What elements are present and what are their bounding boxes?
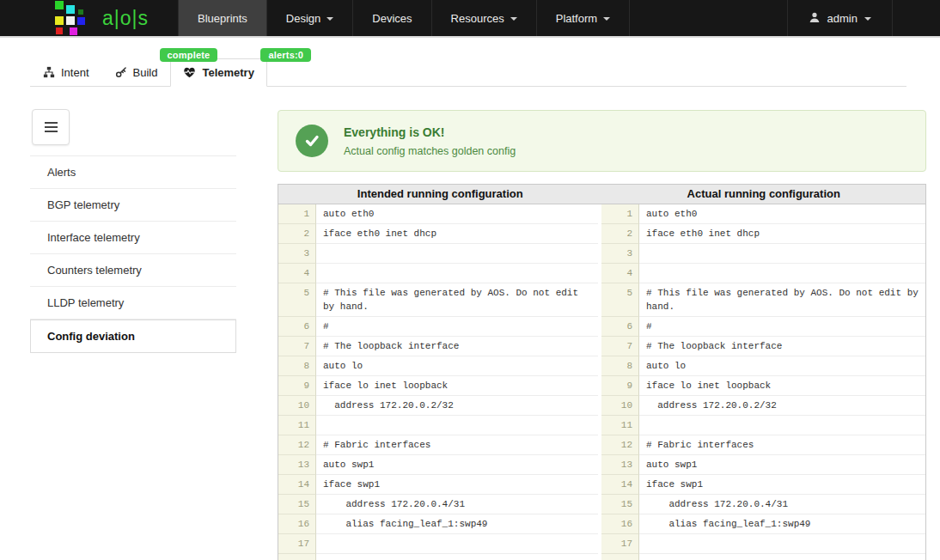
actual-config-header: Actual running configuration [602, 185, 926, 204]
line-number: 5 [601, 283, 639, 317]
line-number: 7 [601, 337, 639, 356]
config-line-text [316, 416, 598, 435]
tab-telemetry[interactable]: Telemetryalerts:0 [170, 58, 266, 87]
nav-item-platform[interactable]: Platform [536, 0, 630, 36]
config-line-row: 11 [601, 416, 925, 435]
config-line-row: 13auto swp1 [278, 455, 598, 475]
config-line-row: 15 address 172.20.0.4/31 [601, 495, 925, 514]
aos-logo[interactable]: a|o|s [55, 0, 149, 36]
config-line-text: iface swp1 [316, 475, 598, 495]
config-line-row: 10 address 172.20.0.2/32 [601, 396, 925, 416]
config-line-text: # [639, 317, 925, 337]
top-navigation: a|o|s BlueprintsDesignDevicesResourcesPl… [0, 0, 940, 38]
config-line-text [639, 534, 925, 554]
user-menu[interactable]: admin [787, 0, 893, 36]
config-line-text: auto eth0 [316, 204, 598, 224]
config-line-row: 12# Fabric interfaces [278, 435, 598, 455]
config-line-text [639, 416, 925, 435]
sidebar-item-config-deviation[interactable]: Config deviation [30, 320, 236, 353]
line-number: 1 [601, 204, 639, 224]
config-line-row: 2iface eth0 inet dhcp [278, 224, 598, 244]
sidebar-item-lldp-telemetry[interactable]: LLDP telemetry [30, 287, 236, 320]
config-line-row: 5# This file was generated by AOS. Do no… [278, 283, 598, 317]
aos-logo-text: a|o|s [102, 7, 149, 30]
line-number: 3 [601, 244, 639, 264]
line-number: 3 [278, 244, 316, 264]
line-number: 5 [278, 283, 316, 317]
line-number: 16 [601, 514, 639, 534]
config-line-row: 15 address 172.20.0.4/31 [278, 495, 598, 514]
sidebar-item-alerts[interactable]: Alerts [30, 156, 236, 189]
line-number: 2 [601, 224, 639, 244]
config-line-row: 8auto lo [601, 356, 925, 376]
nav-item-label: Platform [556, 12, 597, 25]
nav-item-label: Devices [372, 12, 412, 25]
nav-item-blueprints[interactable]: Blueprints [178, 0, 266, 36]
sidebar-item-bgp-telemetry[interactable]: BGP telemetry [30, 189, 236, 222]
config-line-text: # Fabric interfaces [316, 435, 598, 455]
sidebar-toggle-button[interactable] [32, 109, 70, 145]
config-line-text: # Fabric interfaces [639, 435, 925, 455]
config-line-row: 11 [278, 416, 598, 435]
tab-intent[interactable]: Intent [30, 58, 102, 86]
nav-item-design[interactable]: Design [266, 0, 352, 36]
tab-build[interactable]: Buildcomplete [102, 58, 171, 86]
tab-label: Intent [61, 66, 89, 79]
config-line-text: iface lo inet loopback [639, 376, 925, 396]
config-line-text: # This file was generated by AOS. Do not… [639, 283, 925, 317]
line-number: 13 [278, 455, 316, 475]
config-line-text: # The loopback interface [316, 337, 598, 356]
chevron-down-icon [510, 17, 517, 21]
tab-label: Build [133, 66, 158, 79]
config-line-row: 3 [278, 244, 598, 264]
config-line-row: 9iface lo inet loopback [278, 376, 598, 396]
config-line-text: alias facing_leaf_1:swp49 [316, 514, 598, 534]
config-line-row: 9iface lo inet loopback [601, 376, 925, 396]
line-number: 16 [278, 514, 316, 534]
config-line-text: address 172.20.0.4/31 [639, 495, 925, 514]
sidebar-item-counters-telemetry[interactable]: Counters telemetry [30, 254, 236, 287]
line-number: 15 [601, 495, 639, 514]
line-number: 10 [601, 396, 639, 416]
blueprint-tabs: IntentBuildcompleteTelemetryalerts:0 [30, 58, 906, 87]
nav-item-label: Blueprints [198, 12, 247, 25]
config-line-text: auto eth0 [639, 204, 925, 224]
config-line-text: auto swp2 [639, 554, 925, 560]
config-line-text: auto swp2 [316, 554, 598, 560]
line-number: 10 [278, 396, 316, 416]
line-number: 13 [601, 455, 639, 475]
config-line-row: 17 [278, 534, 598, 554]
banner-subtitle: Actual config matches golden config [344, 145, 516, 157]
config-line-row: 2iface eth0 inet dhcp [601, 224, 925, 244]
config-line-row: 4 [601, 264, 925, 283]
config-line-row: 18auto swp2 [278, 554, 598, 560]
line-number: 1 [278, 204, 316, 224]
nav-items: BlueprintsDesignDevicesResourcesPlatform [178, 0, 630, 36]
line-number: 11 [278, 416, 316, 435]
config-line-text [639, 244, 925, 264]
telemetry-sidebar: AlertsBGP telemetryInterface telemetryCo… [30, 155, 236, 353]
aos-logo-grid-icon [55, 1, 89, 35]
config-line-row: 8auto lo [278, 356, 598, 376]
chevron-down-icon [864, 17, 871, 21]
line-number: 18 [601, 554, 639, 560]
nav-item-resources[interactable]: Resources [431, 0, 536, 36]
config-line-text [639, 264, 925, 283]
line-number: 15 [278, 495, 316, 514]
hamburger-icon [45, 122, 58, 124]
user-menu-label: admin [827, 12, 858, 25]
config-diff-table: Intended running configuration Actual ru… [278, 184, 926, 560]
banner-title: Everything is OK! [344, 125, 516, 139]
chevron-down-icon [603, 17, 610, 21]
check-circle-icon [296, 125, 328, 157]
sidebar-item-interface-telemetry[interactable]: Interface telemetry [30, 222, 236, 254]
chevron-down-icon [327, 17, 333, 21]
success-banner: Everything is OK! Actual config matches … [278, 110, 926, 172]
nav-item-devices[interactable]: Devices [352, 0, 430, 36]
config-line-row: 5# This file was generated by AOS. Do no… [601, 283, 925, 317]
line-number: 14 [601, 475, 639, 495]
config-line-text: alias facing_leaf_1:swp49 [639, 514, 925, 534]
config-line-text: address 172.20.0.4/31 [316, 495, 598, 514]
line-number: 7 [278, 337, 316, 356]
line-number: 8 [278, 356, 316, 376]
